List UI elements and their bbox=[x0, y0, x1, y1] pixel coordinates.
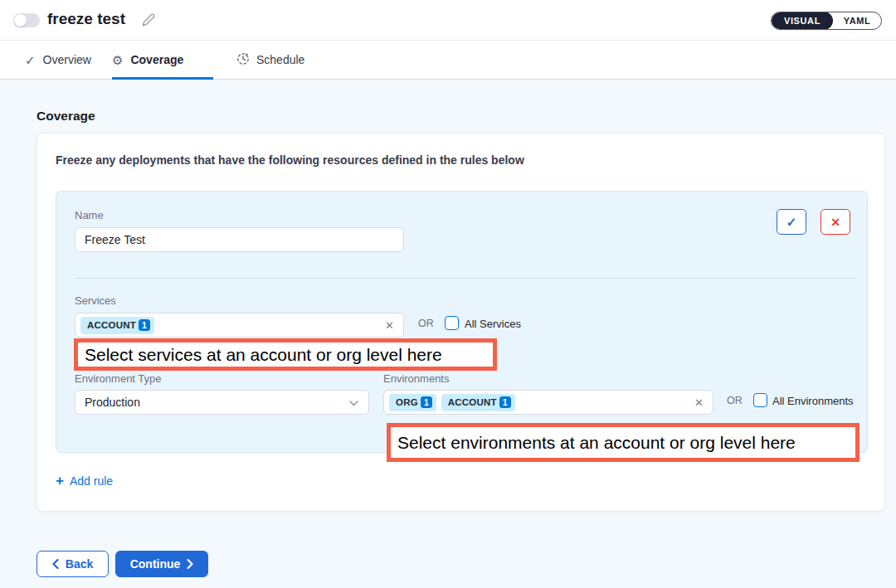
back-button[interactable]: Back bbox=[37, 551, 109, 577]
rule-name-input[interactable] bbox=[75, 227, 404, 252]
check-icon: ✓ bbox=[25, 54, 36, 66]
gear-icon: ⚙ bbox=[112, 54, 123, 66]
all-environments-label: All Environments bbox=[772, 395, 854, 407]
services-multiselect[interactable]: ACCOUNT 1 ✕ bbox=[75, 313, 404, 338]
all-services-label: All Services bbox=[465, 318, 521, 330]
add-rule-label: Add rule bbox=[70, 474, 113, 488]
services-tag-account[interactable]: ACCOUNT 1 bbox=[80, 317, 154, 334]
cancel-rule-button[interactable]: ✕ bbox=[821, 209, 850, 235]
tag-count-badge: 1 bbox=[421, 396, 432, 408]
tab-coverage-label: Coverage bbox=[130, 53, 183, 66]
continue-button[interactable]: Continue bbox=[115, 551, 208, 577]
schedule-clock-icon bbox=[236, 52, 250, 67]
plus-icon: + bbox=[56, 474, 64, 488]
edit-pencil-icon[interactable] bbox=[140, 12, 157, 28]
environments-label: Environments bbox=[383, 372, 449, 385]
check-icon: ✓ bbox=[786, 215, 797, 230]
add-rule-button[interactable]: + Add rule bbox=[56, 474, 113, 488]
visual-yaml-switch: VISUAL YAML bbox=[771, 12, 882, 30]
tag-count-badge: 1 bbox=[139, 319, 150, 331]
services-clear-icon[interactable]: ✕ bbox=[385, 320, 394, 331]
services-label: Services bbox=[75, 294, 116, 307]
confirm-rule-button[interactable]: ✓ bbox=[777, 209, 806, 235]
environment-type-select[interactable]: Production bbox=[75, 390, 369, 415]
services-annotation-callout: Select services at an account or org lev… bbox=[74, 338, 497, 371]
freeze-enabled-toggle[interactable] bbox=[13, 13, 40, 27]
environments-annotation-callout: Select environments at an account or org… bbox=[387, 423, 859, 462]
tag-count-badge: 1 bbox=[499, 396, 511, 408]
coverage-card: Freeze any deployments that have the fol… bbox=[37, 133, 885, 512]
toggle-knob bbox=[14, 14, 27, 27]
tab-schedule-label: Schedule bbox=[256, 53, 304, 66]
coverage-section-title: Coverage bbox=[37, 109, 95, 124]
all-environments-checkbox[interactable] bbox=[753, 393, 767, 407]
all-services-checkbox[interactable] bbox=[445, 316, 459, 330]
chevron-left-icon bbox=[52, 559, 59, 569]
tab-schedule[interactable]: Schedule bbox=[236, 41, 304, 79]
freeze-rule-card: Name ✓ ✕ Services ACCOUNT 1 ✕ OR All Ser… bbox=[56, 191, 868, 453]
yaml-tab[interactable]: YAML bbox=[833, 12, 881, 30]
close-icon: ✕ bbox=[830, 216, 840, 229]
environments-tag-account[interactable]: ACCOUNT 1 bbox=[441, 394, 515, 411]
services-or-label: OR bbox=[418, 318, 434, 329]
tab-overview[interactable]: ✓ Overview bbox=[25, 41, 91, 79]
rule-divider bbox=[75, 278, 855, 279]
continue-button-label: Continue bbox=[130, 557, 181, 571]
chevron-right-icon bbox=[187, 559, 193, 569]
environment-type-label: Environment Type bbox=[75, 372, 162, 385]
top-bar: freeze test VISUAL YAML bbox=[0, 0, 896, 41]
environments-multiselect[interactable]: ORG 1 ACCOUNT 1 ✕ bbox=[383, 390, 713, 415]
tab-bar: ✓ Overview ⚙ Coverage Schedule bbox=[0, 41, 896, 80]
tag-label: ACCOUNT bbox=[87, 320, 136, 330]
back-button-label: Back bbox=[66, 557, 93, 571]
environment-type-value: Production bbox=[85, 396, 140, 409]
page-title: freeze test bbox=[47, 10, 125, 28]
tag-label: ORG bbox=[396, 397, 418, 407]
tab-coverage[interactable]: ⚙ Coverage bbox=[112, 41, 213, 79]
name-label: Name bbox=[75, 209, 104, 221]
freeze-studio-page: freeze test VISUAL YAML ✓ Overview ⚙ Cov… bbox=[0, 0, 896, 588]
environments-clear-icon[interactable]: ✕ bbox=[694, 397, 704, 408]
chevron-down-icon bbox=[349, 396, 358, 409]
visual-tab[interactable]: VISUAL bbox=[772, 12, 833, 30]
tab-overview-label: Overview bbox=[43, 53, 91, 66]
tag-label: ACCOUNT bbox=[448, 397, 497, 407]
environments-or-label: OR bbox=[727, 395, 743, 406]
environments-tag-org[interactable]: ORG 1 bbox=[389, 394, 436, 411]
coverage-card-header: Freeze any deployments that have the fol… bbox=[56, 153, 524, 167]
